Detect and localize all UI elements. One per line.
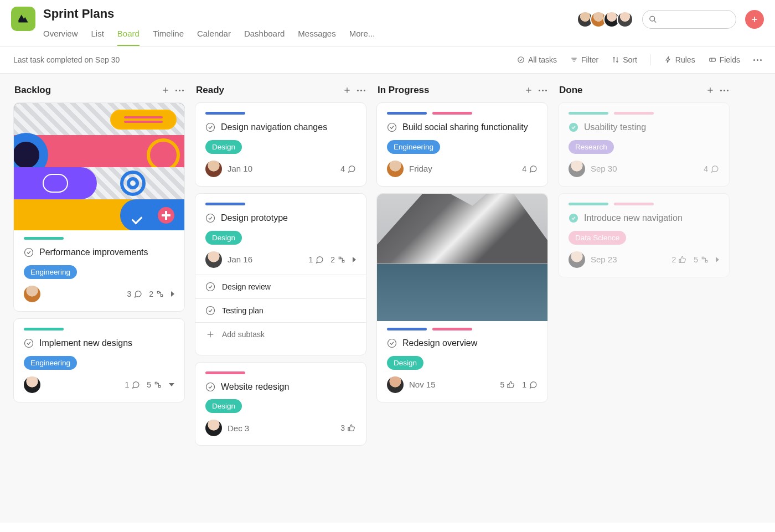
- add-subtask-button[interactable]: Add subtask: [195, 323, 366, 346]
- subtask-row[interactable]: Design review: [195, 275, 366, 299]
- assignee-avatar[interactable]: [569, 161, 585, 177]
- card-tag[interactable]: Design: [205, 140, 242, 154]
- subtask-count[interactable]: 2: [149, 290, 164, 298]
- column-title[interactable]: In Progress: [378, 85, 519, 96]
- card-tag[interactable]: Data Science: [569, 231, 626, 245]
- task-card[interactable]: Website redesignDesignDec 33: [195, 362, 366, 446]
- toolbar-more-button[interactable]: [753, 59, 762, 61]
- comment-count[interactable]: 1: [308, 255, 324, 264]
- tab-overview[interactable]: Overview: [43, 24, 78, 46]
- column-add-button[interactable]: [706, 86, 715, 95]
- tab-board[interactable]: Board: [117, 24, 140, 46]
- svg-point-22: [206, 383, 215, 391]
- complete-subtask-button[interactable]: [205, 306, 215, 316]
- like-count[interactable]: 5: [500, 380, 515, 389]
- all-tasks-button[interactable]: All tasks: [517, 55, 557, 64]
- subtask-count[interactable]: 5: [147, 380, 162, 389]
- filter-button[interactable]: Filter: [570, 55, 598, 64]
- collapse-subtasks-button[interactable]: [169, 383, 174, 386]
- column-title[interactable]: Ready: [196, 85, 337, 96]
- complete-task-button[interactable]: [387, 338, 397, 348]
- due-date[interactable]: Nov 15: [409, 380, 494, 389]
- tab-messages[interactable]: Messages: [298, 24, 335, 46]
- due-date[interactable]: Sep 30: [591, 164, 698, 173]
- column-add-button[interactable]: [343, 86, 352, 95]
- comment-count[interactable]: 4: [340, 164, 356, 173]
- complete-task-button[interactable]: [569, 213, 578, 223]
- tab-calendar[interactable]: Calendar: [197, 24, 231, 46]
- like-count[interactable]: 3: [340, 423, 356, 432]
- task-card[interactable]: Introduce new navigationData ScienceSep …: [558, 193, 730, 277]
- subtask-row[interactable]: Testing plan: [195, 299, 366, 323]
- subtask-count[interactable]: 2: [330, 255, 346, 264]
- column-title[interactable]: Done: [559, 85, 700, 96]
- column-title[interactable]: Backlog: [14, 85, 156, 96]
- project-icon[interactable]: [11, 7, 35, 31]
- assignee-avatar[interactable]: [205, 161, 222, 177]
- column-add-button[interactable]: [524, 86, 533, 95]
- due-date[interactable]: Sep 23: [591, 255, 666, 264]
- column-add-button[interactable]: [161, 86, 170, 95]
- complete-task-button[interactable]: [24, 247, 34, 257]
- assignee-avatar[interactable]: [569, 251, 585, 268]
- global-add-button[interactable]: [745, 10, 764, 29]
- card-tag[interactable]: Engineering: [24, 265, 77, 279]
- assignee-avatar[interactable]: [24, 286, 40, 302]
- comment-count[interactable]: 1: [125, 380, 140, 389]
- due-date[interactable]: Friday: [409, 164, 516, 173]
- due-date[interactable]: Jan 16: [228, 255, 303, 264]
- rules-button[interactable]: Rules: [664, 55, 695, 64]
- card-tag[interactable]: Design: [387, 356, 423, 370]
- assignee-avatar[interactable]: [387, 161, 404, 177]
- task-card[interactable]: Performance improvementsEngineering32: [13, 102, 185, 312]
- project-members[interactable]: [577, 11, 633, 28]
- task-card[interactable]: Usability testingResearchSep 304: [558, 102, 730, 187]
- column-more-button[interactable]: [720, 90, 728, 91]
- comment-count[interactable]: 1: [522, 380, 538, 389]
- task-card[interactable]: Redesign overviewDesignNov 1551: [376, 193, 548, 402]
- assignee-avatar[interactable]: [387, 376, 404, 393]
- task-card[interactable]: Build social sharing functionalityEngine…: [376, 102, 548, 187]
- card-tag[interactable]: Research: [569, 140, 614, 154]
- complete-task-button[interactable]: [205, 122, 215, 132]
- tab-timeline[interactable]: Timeline: [153, 24, 184, 46]
- complete-task-button[interactable]: [387, 122, 397, 132]
- tab-dashboard[interactable]: Dashboard: [244, 24, 285, 46]
- due-date[interactable]: Dec 3: [228, 423, 335, 433]
- due-date[interactable]: Jan 10: [228, 164, 335, 173]
- complete-task-button[interactable]: [24, 338, 34, 348]
- subtask-count[interactable]: 5: [694, 255, 709, 264]
- card-tag[interactable]: Engineering: [387, 140, 440, 154]
- member-avatar[interactable]: [617, 11, 633, 28]
- complete-task-button[interactable]: [205, 382, 215, 392]
- column-more-button[interactable]: [175, 90, 184, 91]
- tab-list[interactable]: List: [91, 24, 104, 46]
- expand-subtasks-button[interactable]: [353, 257, 356, 262]
- complete-task-button[interactable]: [205, 213, 215, 223]
- assignee-avatar[interactable]: [205, 420, 222, 436]
- card-tag[interactable]: Design: [205, 231, 242, 245]
- expand-subtasks-button[interactable]: [716, 257, 719, 262]
- card-tag[interactable]: Design: [205, 399, 242, 413]
- assignee-avatar[interactable]: [205, 251, 222, 268]
- complete-task-button[interactable]: [569, 122, 578, 132]
- card-tag[interactable]: Engineering: [24, 356, 77, 370]
- expand-subtasks-button[interactable]: [171, 291, 174, 297]
- fields-button[interactable]: Fields: [709, 55, 740, 64]
- comment-count[interactable]: 4: [704, 164, 719, 173]
- project-title[interactable]: Sprint Plans: [43, 7, 569, 21]
- column-more-button[interactable]: [357, 90, 365, 91]
- task-card[interactable]: Design prototypeDesignJan 1612Design rev…: [195, 193, 366, 355]
- assignee-avatar[interactable]: [24, 376, 40, 393]
- column-more-button[interactable]: [539, 90, 547, 91]
- comment-count[interactable]: 3: [127, 290, 142, 298]
- comment-count[interactable]: 4: [522, 164, 538, 173]
- tab-more[interactable]: More...: [349, 24, 375, 46]
- card-title: Redesign overview: [402, 337, 477, 349]
- sort-button[interactable]: Sort: [612, 55, 637, 64]
- like-count[interactable]: 2: [671, 255, 687, 264]
- task-card[interactable]: Design navigation changesDesignJan 104: [195, 102, 366, 187]
- svg-point-16: [206, 123, 215, 132]
- task-card[interactable]: Implement new designsEngineering15: [13, 318, 185, 402]
- complete-subtask-button[interactable]: [205, 282, 215, 292]
